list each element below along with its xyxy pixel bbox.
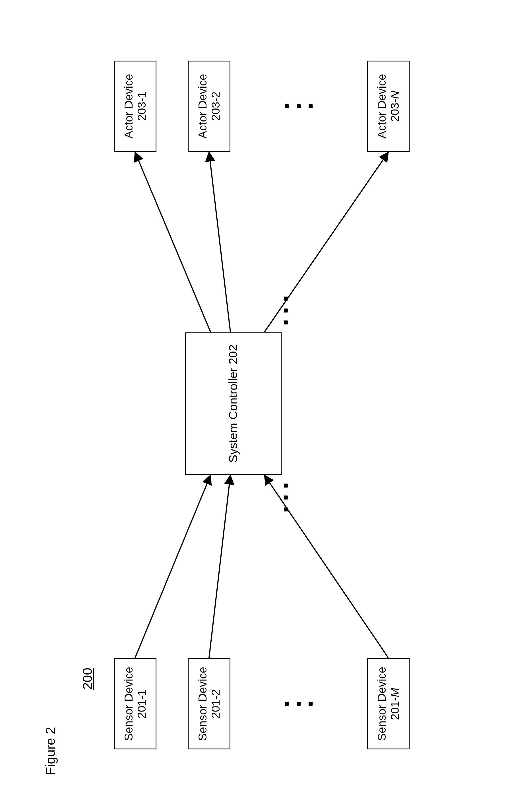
- actor-n-id: 203-N: [388, 91, 401, 122]
- sensor-1-name: Sensor Device: [122, 667, 135, 741]
- sensor-1-id: 201-1: [135, 689, 148, 718]
- sensor-device-m: Sensor Device 201-M: [367, 658, 410, 749]
- controller-label: System Controller 202: [227, 344, 240, 463]
- arrow-sensor2-to-controller: [209, 475, 230, 658]
- actor-device-1: Actor Device 203-1: [114, 61, 156, 152]
- sensor-device-2: Sensor Device 201-2: [188, 658, 230, 749]
- actor-ellipsis: [262, 100, 336, 112]
- sensor-m-name: Sensor Device: [375, 667, 388, 741]
- system-controller: System Controller 202: [185, 333, 281, 475]
- left-more-arrows-ellipsis: [283, 481, 289, 515]
- right-more-arrows-ellipsis: [283, 293, 289, 327]
- arrow-controller-to-actor2: [209, 152, 230, 332]
- sensor-device-1: Sensor Device 201-1: [114, 658, 156, 749]
- sensor-2-name: Sensor Device: [196, 667, 209, 741]
- actor-1-id: 203-1: [135, 92, 148, 121]
- diagram-canvas: Figure 2 200 Sensor Device 201-1 Sensor …: [25, 25, 481, 787]
- actor-2-id: 203-2: [209, 92, 222, 121]
- sensor-2-id: 201-2: [209, 689, 222, 718]
- actor-1-name: Actor Device: [122, 74, 135, 139]
- figure-title: Figure 2: [43, 727, 58, 775]
- arrow-sensor1-to-controller: [135, 475, 210, 658]
- sensor-ellipsis: [262, 698, 336, 710]
- actor-n-name: Actor Device: [375, 74, 388, 139]
- figure-refnum: 200: [80, 668, 95, 690]
- sensor-m-id: 201-M: [388, 688, 401, 720]
- actor-2-name: Actor Device: [196, 74, 209, 139]
- actor-device-n: Actor Device 203-N: [367, 61, 410, 152]
- arrow-controller-to-actor1: [135, 152, 210, 332]
- actor-device-2: Actor Device 203-2: [188, 61, 230, 152]
